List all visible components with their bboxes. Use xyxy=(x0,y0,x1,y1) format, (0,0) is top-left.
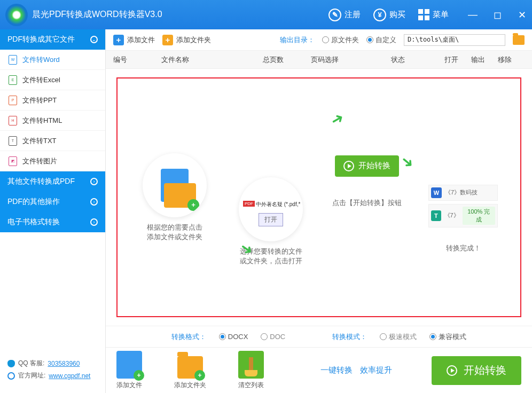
site-link[interactable]: www.cgpdf.net xyxy=(49,372,90,380)
play-icon xyxy=(343,161,354,171)
sidebar-item-label: 文件转图片 xyxy=(22,156,57,166)
toolbar: +添加文件 +添加文件夹 输出目录： 原文件夹 自定义 xyxy=(106,29,532,51)
buy-label: 购买 xyxy=(389,10,405,20)
buy-button[interactable]: ¥购买 xyxy=(373,9,405,21)
maximize-button[interactable]: ◻ xyxy=(492,9,502,21)
image-icon: ◩ xyxy=(9,156,17,166)
footer: 添加文件 添加文件夹 清空列表 一键转换效率提升 开始转换 xyxy=(106,347,532,393)
guide-step-1: 根据您的需要点击 添加文件或文件夹 xyxy=(129,153,220,242)
titlebar: 晨光PDF转换成WORD转换器V3.0 www.pc0359.cn ✎注册 ¥购… xyxy=(0,0,532,29)
minimize-button[interactable]: — xyxy=(468,9,478,21)
plus-icon: + xyxy=(162,35,173,45)
radio-doc[interactable]: DOC xyxy=(261,333,285,341)
chevron-right-icon: › xyxy=(90,178,98,185)
sidebar-item-txt[interactable]: T文件转TXT xyxy=(0,131,105,151)
register-button[interactable]: ✎注册 xyxy=(328,9,361,21)
sidebar-item-ppt[interactable]: P文件转PPT xyxy=(0,90,105,111)
txt-file-icon: T xyxy=(431,210,441,221)
radio-custom-folder[interactable]: 自定义 xyxy=(366,35,396,45)
col-number: 编号 xyxy=(113,55,161,65)
ppt-icon: P xyxy=(9,96,17,105)
start-convert-button[interactable]: 开始转换 xyxy=(432,356,521,385)
radio-label: DOC xyxy=(270,333,285,341)
sidebar-item-html[interactable]: H文件转HTML xyxy=(0,111,105,131)
add-folder-label: 添加文件夹 xyxy=(176,35,211,45)
sidebar-section-label: PDF的其他操作 xyxy=(7,197,60,207)
play-icon xyxy=(447,365,457,376)
table-header: 编号 文件名称 总页数 页码选择 状态 打开 输出 移除 xyxy=(106,51,532,69)
menu-label: 菜单 xyxy=(433,10,449,20)
col-remove: 移除 xyxy=(498,55,525,65)
start-label: 开始转换 xyxy=(464,363,506,378)
sidebar-item-image[interactable]: ◩文件转图片 xyxy=(0,151,105,171)
result-filename: 《7》数码技 xyxy=(445,188,478,196)
radio-label: 自定义 xyxy=(375,35,396,45)
sidebar-item-label: 文件转TXT xyxy=(22,136,57,146)
radio-label: DOCX xyxy=(228,333,248,341)
footer-btn-label: 添加文件 xyxy=(116,381,142,390)
sidebar-section-label: 电子书格式转换 xyxy=(7,217,60,227)
col-output: 输出 xyxy=(471,55,498,65)
radio-label: 极速模式 xyxy=(389,332,417,342)
app-logo xyxy=(5,4,28,26)
sidebar-item-label: 文件转Excel xyxy=(22,75,60,85)
sidebar-section-pdf-ops[interactable]: PDF的其他操作› xyxy=(0,192,105,212)
col-status: 状态 xyxy=(391,55,444,65)
site-label: 官方网址: xyxy=(18,371,45,380)
radio-docx[interactable]: DOCX xyxy=(219,333,248,341)
add-folder-button[interactable]: +添加文件夹 xyxy=(162,35,211,45)
radio-label: 原文件夹 xyxy=(331,35,359,45)
col-filename: 文件名称 xyxy=(161,55,263,65)
chevron-right-icon: › xyxy=(90,218,98,226)
radio-compat-mode[interactable]: 兼容模式 xyxy=(429,332,466,342)
file-add-icon xyxy=(116,351,142,379)
menu-button[interactable]: 菜单 xyxy=(418,9,449,20)
add-file-button[interactable]: +添加文件 xyxy=(113,35,155,45)
radio-fast-mode[interactable]: 极速模式 xyxy=(380,332,417,342)
qq-link[interactable]: 303583960 xyxy=(48,360,80,367)
sidebar: PDF转换成其它文件⌄ W文件转Word E文件转Excel P文件转PPT H… xyxy=(0,29,105,393)
chevron-down-icon: ⌄ xyxy=(90,36,98,43)
sidebar-item-word[interactable]: W文件转Word xyxy=(0,50,105,70)
footer-add-file[interactable]: 添加文件 xyxy=(116,351,142,390)
excel-icon: E xyxy=(9,75,17,85)
options-bar: 转换格式： DOCX DOC 转换模式： 极速模式 兼容模式 xyxy=(106,326,532,347)
done-badge: 100% 完成 xyxy=(463,207,495,225)
html-icon: H xyxy=(9,116,17,125)
word-icon: W xyxy=(9,55,17,65)
chevron-right-icon: › xyxy=(90,198,98,206)
radio-original-folder[interactable]: 原文件夹 xyxy=(322,35,359,45)
sidebar-section-label: 其他文件转换成PDF xyxy=(7,177,75,186)
grid-icon xyxy=(418,9,429,20)
open-button-sample: 打开 xyxy=(259,213,283,226)
qq-icon xyxy=(7,360,15,367)
col-open: 打开 xyxy=(444,55,471,65)
col-pages: 总页数 xyxy=(263,55,311,65)
tagline: 一键转换效率提升 xyxy=(320,365,392,375)
sidebar-item-excel[interactable]: E文件转Excel xyxy=(0,70,105,90)
sidebar-head-pdf-to-other[interactable]: PDF转换成其它文件⌄ xyxy=(0,29,105,50)
plus-icon: + xyxy=(113,35,124,45)
guide-step-4: W《7》数码技 T《7》100% 完成 转换完成！ xyxy=(418,185,508,253)
output-path-input[interactable] xyxy=(404,34,505,46)
sidebar-section-other-to-pdf[interactable]: 其他文件转换成PDF› xyxy=(0,171,105,192)
pdf-badge: PDF xyxy=(243,201,255,207)
register-label: 注册 xyxy=(345,10,361,20)
official-site: 官方网址:www.cgpdf.net xyxy=(7,371,98,380)
footer-btn-label: 清空列表 xyxy=(238,381,264,390)
add-file-label: 添加文件 xyxy=(127,35,155,45)
format-label: 转换格式： xyxy=(171,332,206,342)
sidebar-item-label: 文件转Word xyxy=(22,55,60,65)
arrow-icon: ➜ xyxy=(327,108,347,130)
footer-btn-label: 添加文件夹 xyxy=(174,381,206,390)
footer-clear-list[interactable]: 清空列表 xyxy=(238,351,264,390)
col-range: 页码选择 xyxy=(311,55,391,65)
yen-icon: ¥ xyxy=(373,9,386,21)
qq-label: QQ 客服: xyxy=(18,359,44,368)
sidebar-head-label: PDF转换成其它文件 xyxy=(7,35,75,44)
footer-add-folder[interactable]: 添加文件夹 xyxy=(174,351,206,390)
sidebar-section-ebook[interactable]: 电子书格式转换› xyxy=(0,212,105,232)
browse-folder-button[interactable] xyxy=(513,35,525,45)
close-button[interactable]: ✕ xyxy=(517,9,527,21)
word-file-icon: W xyxy=(431,187,442,198)
